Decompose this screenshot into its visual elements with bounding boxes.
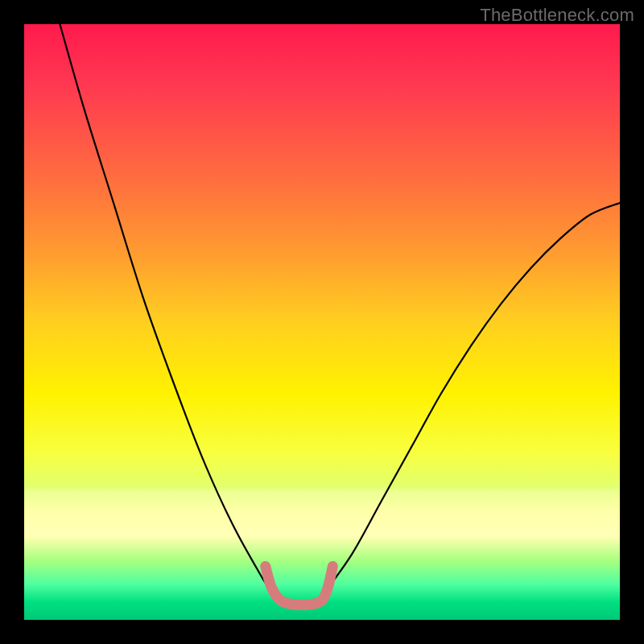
curve-right bbox=[322, 203, 620, 596]
curve-left bbox=[60, 24, 274, 596]
watermark-text: TheBottleneck.com bbox=[480, 5, 634, 26]
chart-svg bbox=[24, 24, 620, 620]
valley-marker bbox=[266, 566, 333, 605]
chart-area bbox=[24, 24, 620, 620]
